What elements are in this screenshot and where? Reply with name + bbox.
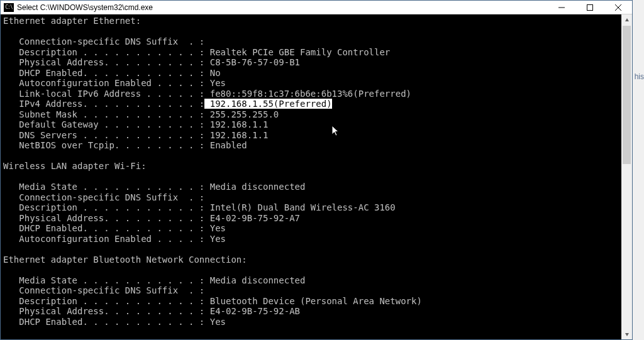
maximize-button[interactable]: [575, 1, 604, 14]
adapter-header: Ethernet adapter Bluetooth Network Conne…: [3, 255, 247, 265]
property-value-selected[interactable]: 192.168.1.55(Preferred): [204, 99, 331, 109]
property-label: NetBIOS over Tcpip. . . . . . . . :: [3, 140, 204, 150]
cmd-icon: C:\: [4, 3, 14, 12]
property-value: 255.255.255.0: [204, 109, 279, 119]
minimize-button[interactable]: [547, 1, 575, 14]
property-label: Connection-specific DNS Suffix . :: [3, 192, 204, 202]
property-label: Physical Address. . . . . . . . . :: [3, 57, 204, 67]
property-value: Yes: [204, 317, 226, 327]
property-label: DHCP Enabled. . . . . . . . . . . :: [3, 223, 204, 233]
property-label: Autoconfiguration Enabled . . . . :: [3, 234, 204, 244]
property-value: Yes: [204, 223, 226, 233]
property-value: E4-02-9B-75-92-AB: [204, 306, 300, 316]
titlebar[interactable]: C:\ Select C:\WINDOWS\system32\cmd.exe: [1, 1, 632, 14]
scroll-thumb[interactable]: [623, 26, 631, 164]
property-value: Yes: [204, 234, 226, 244]
property-label: DHCP Enabled. . . . . . . . . . . :: [3, 68, 204, 78]
property-label: Autoconfiguration Enabled . . . . :: [3, 78, 204, 88]
adapter-header: Wireless LAN adapter Wi-Fi:: [3, 161, 147, 171]
property-label: Description . . . . . . . . . . . :: [3, 47, 204, 57]
scroll-up-button[interactable]: [621, 14, 632, 25]
property-value: Media disconnected: [204, 275, 305, 285]
property-label: Link-local IPv6 Address . . . . . :: [3, 89, 204, 99]
background-text: his: [635, 72, 644, 81]
property-value: Intel(R) Dual Band Wireless-AC 3160: [204, 202, 395, 212]
property-label: IPv4 Address. . . . . . . . . . . :: [3, 99, 204, 109]
property-label: Physical Address. . . . . . . . . :: [3, 306, 204, 316]
property-value: Enabled: [204, 140, 247, 150]
property-label: Default Gateway . . . . . . . . . :: [3, 119, 204, 129]
property-value: Bluetooth Device (Personal Area Network): [204, 296, 422, 306]
svg-rect-1: [587, 4, 592, 10]
property-label: Description . . . . . . . . . . . :: [3, 296, 204, 306]
property-value: Media disconnected: [204, 182, 305, 192]
property-value: E4-02-9B-75-92-A7: [204, 213, 300, 223]
adapter-header: Ethernet adapter Ethernet:: [3, 16, 141, 26]
property-value: No: [204, 68, 220, 78]
property-label: Connection-specific DNS Suffix . :: [3, 285, 204, 295]
property-label: Connection-specific DNS Suffix . :: [3, 36, 204, 47]
console-area: Ethernet adapter Ethernet: Connection-sp…: [1, 14, 632, 339]
close-button[interactable]: [604, 1, 632, 14]
property-value: Realtek PCIe GBE Family Controller: [204, 47, 390, 57]
property-value: 192.168.1.1: [204, 119, 268, 129]
property-label: Subnet Mask . . . . . . . . . . . :: [3, 109, 204, 119]
property-value: 192.168.1.1: [204, 130, 268, 140]
property-value: Yes: [204, 78, 226, 88]
scroll-down-button[interactable]: [621, 329, 632, 339]
property-label: Physical Address. . . . . . . . . :: [3, 213, 204, 223]
property-label: Description . . . . . . . . . . . :: [3, 202, 204, 212]
console-output[interactable]: Ethernet adapter Ethernet: Connection-sp…: [1, 14, 621, 339]
property-value: fe80::59f8:1c37:6b6e:6b13%6(Preferred): [204, 89, 411, 99]
property-value: C8-5B-76-57-09-B1: [204, 57, 300, 67]
property-label: Media State . . . . . . . . . . . :: [3, 182, 204, 192]
property-label: DHCP Enabled. . . . . . . . . . . :: [3, 317, 204, 327]
vertical-scrollbar[interactable]: [621, 14, 632, 339]
window-title: Select C:\WINDOWS\system32\cmd.exe: [17, 3, 547, 12]
property-label: Media State . . . . . . . . . . . :: [3, 275, 204, 285]
property-label: DNS Servers . . . . . . . . . . . :: [3, 130, 204, 140]
cmd-window: C:\ Select C:\WINDOWS\system32\cmd.exe E…: [0, 0, 633, 340]
